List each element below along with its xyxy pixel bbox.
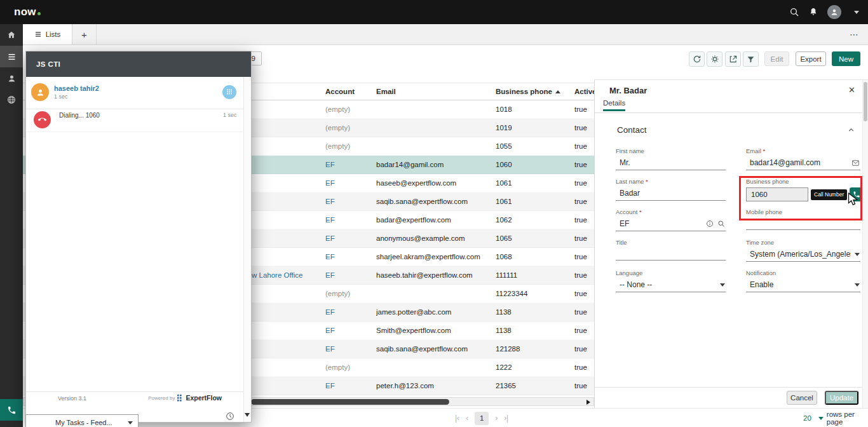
- cell-business-phone[interactable]: 1060: [496, 156, 573, 173]
- sidebar-item-web[interactable]: [0, 89, 23, 111]
- column-header-business-phone[interactable]: Business phone: [496, 83, 573, 100]
- update-button[interactable]: Update: [825, 391, 858, 405]
- cell-account[interactable]: (empty): [325, 137, 375, 155]
- cell-account[interactable]: EF: [325, 248, 375, 266]
- cell-location[interactable]: [252, 358, 324, 376]
- cell-email[interactable]: [376, 100, 494, 118]
- my-tasks-dropdown[interactable]: My Tasks - Feed...: [25, 414, 139, 427]
- prev-page-button[interactable]: ‹: [466, 414, 468, 423]
- cell-email[interactable]: anonymous@example.com: [376, 229, 494, 247]
- cell-active[interactable]: true: [574, 377, 594, 395]
- refresh-button[interactable]: [689, 51, 705, 67]
- cell-account[interactable]: EF: [325, 340, 375, 358]
- cell-location[interactable]: [252, 193, 324, 210]
- cell-location[interactable]: [252, 119, 324, 137]
- cell-active[interactable]: true: [574, 285, 594, 302]
- cell-email[interactable]: sharjeel.akram@expertflow.com: [376, 248, 494, 266]
- export-button[interactable]: Export: [796, 51, 826, 66]
- notification-select[interactable]: Enable: [746, 279, 860, 292]
- mobile-phone-input[interactable]: [746, 218, 860, 230]
- cti-contact-name[interactable]: haseeb tahir2: [54, 85, 99, 92]
- cell-account[interactable]: EF: [325, 211, 375, 229]
- cell-active[interactable]: true: [574, 100, 594, 118]
- account-input[interactable]: EF: [616, 218, 726, 231]
- filter-button[interactable]: [743, 51, 759, 67]
- panel-scrollbar-thumb[interactable]: [864, 82, 867, 121]
- email-input[interactable]: badar14@gamil.com: [746, 157, 860, 170]
- add-tab-button[interactable]: +: [72, 24, 97, 44]
- cell-account[interactable]: (empty): [325, 358, 375, 376]
- cell-location[interactable]: w Lahore Office: [252, 266, 324, 284]
- section-collapse-chevron-icon[interactable]: [847, 126, 855, 134]
- cell-email[interactable]: [376, 285, 494, 302]
- cell-location[interactable]: [252, 377, 324, 395]
- cell-active[interactable]: true: [574, 211, 594, 229]
- cti-scroll-down-arrow-icon[interactable]: [245, 413, 250, 417]
- cell-active[interactable]: true: [574, 193, 594, 210]
- cell-location[interactable]: [252, 229, 324, 247]
- cell-location[interactable]: [252, 285, 324, 302]
- cell-business-phone[interactable]: 1061: [496, 193, 573, 210]
- cell-email[interactable]: [376, 358, 494, 376]
- column-header-active[interactable]: Active: [574, 83, 594, 100]
- cell-email[interactable]: peter.h@123.com: [376, 377, 494, 395]
- cell-email[interactable]: badar@expertflow.com: [376, 211, 494, 229]
- cell-business-phone[interactable]: 1138: [496, 322, 573, 339]
- cell-business-phone[interactable]: 1068: [496, 248, 573, 266]
- cti-scrollbar[interactable]: [243, 77, 251, 422]
- cell-location[interactable]: [252, 156, 324, 173]
- first-page-button[interactable]: |‹: [455, 414, 459, 423]
- cell-account[interactable]: EF: [325, 193, 375, 210]
- cell-location[interactable]: [252, 303, 324, 321]
- business-phone-input[interactable]: 1060: [746, 187, 808, 201]
- search-icon[interactable]: [789, 7, 799, 17]
- cell-active[interactable]: true: [574, 303, 594, 321]
- avatar-chevron-down-icon[interactable]: [854, 11, 859, 14]
- cell-business-phone[interactable]: 1062: [496, 211, 573, 229]
- cell-location[interactable]: [252, 340, 324, 358]
- cti-header[interactable]: JS CTI: [26, 51, 251, 77]
- column-header-email[interactable]: Email: [376, 83, 494, 100]
- time-zone-select[interactable]: System (America/Los_Angeles): [746, 248, 860, 262]
- cell-location[interactable]: [252, 322, 324, 339]
- cell-location[interactable]: [252, 211, 324, 229]
- notifications-bell-icon[interactable]: [808, 7, 818, 17]
- cell-account[interactable]: EF: [325, 229, 375, 247]
- reference-lookup-icon[interactable]: [717, 220, 725, 227]
- cell-email[interactable]: [376, 119, 494, 137]
- cell-active[interactable]: true: [574, 358, 594, 376]
- cell-account[interactable]: (empty): [325, 119, 375, 137]
- sidebar-item-phone[interactable]: [0, 399, 23, 421]
- list-settings-button[interactable]: [707, 51, 722, 67]
- cell-account[interactable]: EF: [325, 174, 375, 192]
- cell-email[interactable]: haseeb@expertflow.com: [376, 174, 494, 192]
- rows-per-page-caret-icon[interactable]: [818, 417, 824, 420]
- business-phone-call-button[interactable]: [850, 187, 864, 201]
- new-button[interactable]: New: [832, 51, 860, 66]
- cell-active[interactable]: true: [574, 174, 594, 192]
- close-panel-button[interactable]: ✕: [848, 85, 855, 95]
- cell-email[interactable]: saqib.sana@expertflow.com: [376, 340, 494, 358]
- cell-account[interactable]: (empty): [325, 285, 375, 302]
- cell-account[interactable]: EF: [325, 156, 375, 173]
- horizontal-scrollbar-thumb[interactable]: [251, 399, 449, 405]
- next-page-button[interactable]: ›: [495, 414, 498, 423]
- cancel-button[interactable]: Cancel: [787, 391, 817, 405]
- cell-business-phone[interactable]: 111111: [496, 266, 573, 284]
- language-select[interactable]: -- None --: [616, 279, 726, 292]
- cell-email[interactable]: badar14@gamil.com: [376, 156, 494, 173]
- cell-email[interactable]: saqib.sana@expertflow.com: [376, 193, 494, 210]
- cell-location[interactable]: [252, 137, 324, 155]
- info-icon[interactable]: [706, 220, 714, 227]
- cell-account[interactable]: EF: [325, 377, 375, 395]
- cell-location[interactable]: [252, 100, 324, 118]
- sidebar-item-lists[interactable]: [0, 46, 23, 67]
- tab-details[interactable]: Details: [603, 99, 625, 111]
- call-history-clock-icon[interactable]: [225, 411, 235, 421]
- cell-email[interactable]: Smith@expertflow.com: [376, 322, 494, 339]
- last-page-button[interactable]: ›|: [504, 414, 508, 423]
- cell-business-phone[interactable]: 1018: [496, 100, 573, 118]
- cell-business-phone[interactable]: 11223344: [496, 285, 573, 302]
- cell-active[interactable]: true: [574, 229, 594, 247]
- cell-business-phone[interactable]: 1061: [496, 174, 573, 192]
